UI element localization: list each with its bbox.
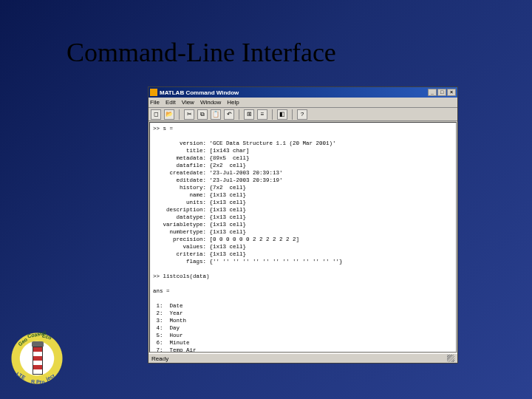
menubar: File Edit View Window Help (149, 98, 457, 108)
matlab-command-window: MATLAB Command Window _ □ × File Edit Vi… (148, 86, 458, 364)
new-file-button[interactable]: ◻ (151, 109, 161, 120)
cut-button[interactable]: ✂ (184, 109, 194, 120)
close-button[interactable]: × (447, 89, 456, 96)
toolbar-separator (292, 109, 293, 120)
simulink-button[interactable]: ◧ (277, 109, 287, 120)
window-title: MATLAB Command Window (160, 89, 428, 96)
path-button[interactable]: ≡ (257, 109, 267, 120)
slide-title: Command-Line Interface (66, 37, 336, 68)
menu-edit[interactable]: Edit (166, 99, 176, 106)
status-text: Ready (151, 355, 447, 362)
toolbar-separator (272, 109, 273, 120)
toolbar-separator (239, 109, 239, 120)
menu-view[interactable]: View (182, 99, 194, 106)
gce-lter-logo: Geo Coastal Eco LTE R Pro ject (7, 329, 70, 392)
statusbar: Ready (149, 353, 457, 363)
menu-help[interactable]: Help (227, 99, 239, 106)
toolbar: ◻ 📂 ✂ ⧉ 📋 ↶ ⊞ ≡ ◧ ? (149, 108, 457, 121)
help-button[interactable]: ? (297, 109, 307, 120)
copy-button[interactable]: ⧉ (197, 109, 208, 120)
command-console[interactable]: >> s = version: 'GCE Data Structure 1.1 … (149, 122, 457, 352)
toolbar-separator (179, 109, 180, 120)
open-file-button[interactable]: 📂 (164, 109, 174, 120)
resize-grip-icon[interactable] (447, 355, 454, 362)
paste-button[interactable]: 📋 (211, 109, 221, 120)
workspace-button[interactable]: ⊞ (244, 109, 254, 120)
minimize-button[interactable]: _ (428, 89, 437, 96)
maximize-button[interactable]: □ (437, 89, 446, 96)
titlebar[interactable]: MATLAB Command Window _ □ × (149, 87, 457, 98)
app-icon (150, 89, 157, 96)
undo-button[interactable]: ↶ (224, 109, 234, 120)
menu-window[interactable]: Window (200, 99, 221, 106)
menu-file[interactable]: File (150, 99, 160, 106)
logo-text-bottom: LTE R Pro ject (7, 329, 66, 388)
